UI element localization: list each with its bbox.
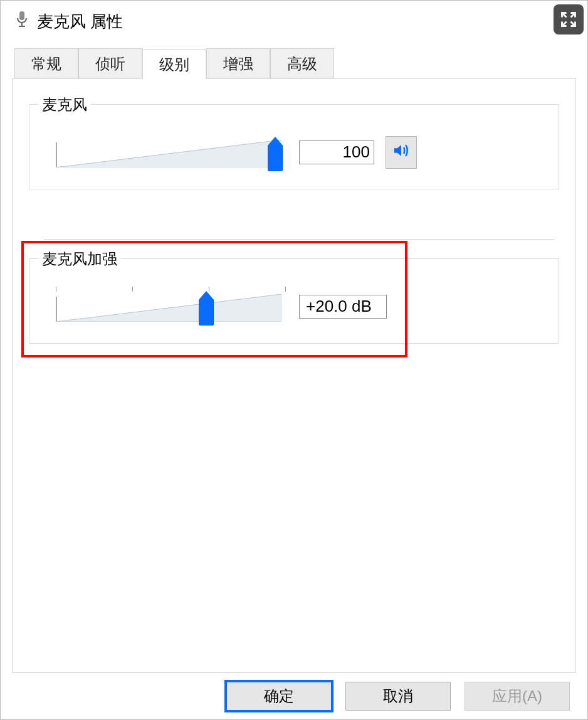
svg-marker-4 — [56, 294, 281, 322]
ok-button[interactable]: 确定 — [226, 682, 332, 711]
svg-marker-3 — [56, 140, 281, 167]
group-mic-boost-legend: 麦克风加强 — [38, 249, 121, 269]
mic-mute-button[interactable] — [386, 136, 417, 169]
tab-general[interactable]: 常规 — [14, 48, 78, 78]
tab-advanced[interactable]: 高级 — [270, 48, 334, 78]
mic-boost-value[interactable]: +20.0 dB — [299, 295, 387, 319]
tab-strip: 常规 侦听 级别 增强 高级 — [14, 48, 576, 78]
title-bar: 麦克风 属性 — [1, 1, 587, 42]
mic-level-slider[interactable] — [56, 135, 288, 170]
apply-button: 应用(A) — [465, 682, 570, 711]
mic-boost-slider[interactable] — [56, 289, 288, 324]
mic-level-row: 100 — [43, 135, 545, 170]
tab-listen[interactable]: 侦听 — [78, 48, 142, 78]
tab-page-levels: 麦克风 100 — [12, 78, 576, 673]
mic-level-thumb[interactable] — [268, 145, 283, 171]
microphone-icon — [16, 11, 28, 32]
mic-boost-row: +20.0 dB — [43, 289, 545, 324]
mic-boost-ticks — [56, 287, 288, 293]
group-mic-level-legend: 麦克风 — [38, 95, 91, 115]
group-mic-boost: 麦克风加强 +20.0 dB — [29, 258, 559, 344]
speaker-on-icon — [392, 141, 411, 164]
tab-enhance[interactable]: 增强 — [206, 48, 270, 78]
cancel-button[interactable]: 取消 — [345, 682, 451, 711]
svg-rect-0 — [19, 11, 24, 20]
tab-levels[interactable]: 级别 — [142, 49, 206, 79]
mic-level-value[interactable]: 100 — [299, 140, 374, 164]
group-mic-level: 麦克风 100 — [29, 104, 559, 189]
separator — [44, 240, 554, 240]
dialog-buttons: 确定 取消 应用(A) — [226, 682, 570, 711]
mic-boost-thumb[interactable] — [199, 299, 214, 326]
properties-window: 麦克风 属性 常规 侦听 级别 增强 高级 麦克风 — [0, 0, 588, 720]
expand-icon[interactable] — [554, 4, 584, 34]
tab-control: 常规 侦听 级别 增强 高级 麦克风 100 — [12, 48, 576, 673]
window-title: 麦克风 属性 — [37, 11, 123, 33]
